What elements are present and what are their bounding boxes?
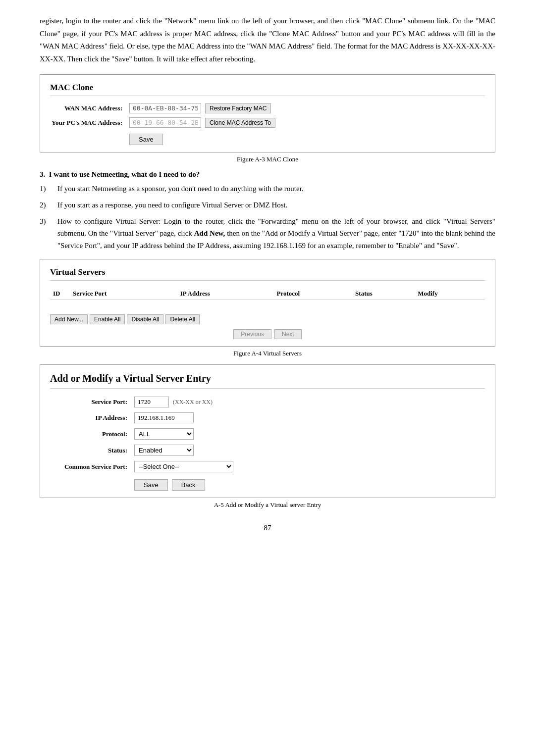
step-2-num: 2) (40, 199, 57, 211)
common-service-port-select[interactable]: --Select One-- (134, 461, 233, 472)
add-modify-caption: A-5 Add or Modify a Virtual server Entry (40, 501, 495, 509)
mac-clone-figure: MAC Clone WAN MAC Address: Restore Facto… (40, 74, 495, 152)
col-service-port: Service Port (70, 288, 177, 300)
col-protocol: Protocol (274, 288, 353, 300)
mac-clone-title: MAC Clone (50, 83, 485, 96)
back-button[interactable]: Back (172, 479, 205, 491)
add-modify-figure: Add or Modify a Virtual Server Entry Ser… (40, 364, 495, 498)
step-2-text: If you start as a response, you need to … (57, 199, 495, 211)
previous-button[interactable]: Previous (233, 329, 271, 339)
service-port-hint: (XX-XX or XX) (173, 399, 213, 406)
step-3-bold: Add New, (194, 229, 225, 237)
status-label: Status: (50, 447, 134, 454)
add-modify-title: Add or Modify a Virtual Server Entry (50, 373, 485, 389)
add-modify-buttons: Save Back (50, 479, 485, 491)
status-select[interactable]: Enabled (134, 445, 194, 456)
intro-paragraph: register, login to the router and click … (40, 15, 495, 65)
common-service-port-label: Common Service Port: (50, 463, 134, 471)
ip-address-input[interactable] (134, 412, 194, 423)
virtual-servers-title: Virtual Servers (50, 267, 485, 281)
page-number: 87 (40, 524, 495, 532)
table-header-row: ID Service Port IP Address Protocol Stat… (50, 288, 485, 300)
disable-all-button[interactable]: Disable All (127, 314, 163, 324)
ip-address-row: IP Address: (50, 412, 485, 423)
service-port-input[interactable] (134, 397, 169, 407)
wan-mac-row: WAN MAC Address: Restore Factory MAC (50, 103, 485, 113)
pc-mac-input[interactable] (129, 117, 201, 128)
wan-mac-label: WAN MAC Address: (50, 104, 129, 112)
common-service-port-row: Common Service Port: --Select One-- (50, 461, 485, 472)
step-1-text: If you start Netmeeting as a sponsor, yo… (57, 183, 495, 195)
restore-factory-mac-button[interactable]: Restore Factory MAC (205, 103, 271, 113)
next-button[interactable]: Next (274, 329, 302, 339)
step-3-content: How to configure Virtual Server: Login t… (57, 215, 495, 252)
col-ip-address: IP Address (177, 288, 274, 300)
status-row: Status: Enabled (50, 445, 485, 456)
col-status: Status (352, 288, 415, 300)
mac-clone-caption: Figure A-3 MAC Clone (40, 155, 495, 163)
question-3-header: 3. I want to use Netmeeting, what do I n… (40, 170, 495, 179)
pc-mac-label: Your PC's MAC Address: (50, 119, 129, 127)
mac-clone-save-button[interactable]: Save (129, 134, 163, 145)
list-item: 3) How to configure Virtual Server: Logi… (40, 215, 495, 252)
list-item: 1) If you start Netmeeting as a sponsor,… (40, 183, 495, 195)
steps-list: 1) If you start Netmeeting as a sponsor,… (40, 183, 495, 252)
question-3-text: I want to use Netmeeting, what do I need… (49, 170, 200, 178)
step-3-num: 3) (40, 215, 57, 252)
question-3-number: 3. (40, 170, 45, 178)
virtual-servers-table: ID Service Port IP Address Protocol Stat… (50, 288, 485, 310)
add-new-button[interactable]: Add New... (50, 314, 88, 324)
mac-clone-save-row: Save (50, 134, 485, 145)
ip-address-label: IP Address: (50, 414, 134, 422)
step-1-num: 1) (40, 183, 57, 195)
wan-mac-input[interactable] (129, 103, 201, 113)
protocol-label: Protocol: (50, 430, 134, 438)
virtual-servers-figure: Virtual Servers ID Service Port IP Addre… (40, 259, 495, 347)
col-id: ID (50, 288, 70, 300)
protocol-select[interactable]: ALL (134, 428, 194, 440)
table-row (50, 300, 485, 309)
col-modify: Modify (415, 288, 485, 300)
protocol-row: Protocol: ALL (50, 428, 485, 440)
virtual-servers-caption: Figure A-4 Virtual Servers (40, 350, 495, 357)
pc-mac-row: Your PC's MAC Address: Clone MAC Address… (50, 117, 485, 128)
list-item: 2) If you start as a response, you need … (40, 199, 495, 211)
service-port-row: Service Port: (XX-XX or XX) (50, 397, 485, 407)
enable-all-button[interactable]: Enable All (90, 314, 125, 324)
nav-buttons: Previous Next (50, 329, 485, 339)
add-modify-save-button[interactable]: Save (134, 479, 168, 491)
delete-all-button[interactable]: Delete All (165, 314, 200, 324)
service-port-label: Service Port: (50, 398, 134, 406)
action-buttons: Add New... Enable All Disable All Delete… (50, 314, 485, 324)
clone-mac-address-button[interactable]: Clone MAC Address To (205, 118, 275, 128)
